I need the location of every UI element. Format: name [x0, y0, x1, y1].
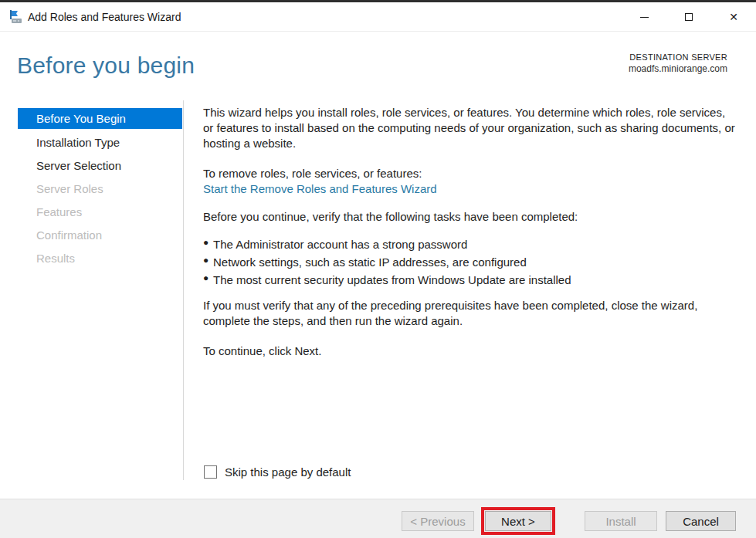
- add-roles-wizard-window: Add Roles and Features Wizard ✕ Before y…: [0, 0, 756, 538]
- nav-item-features: Features: [18, 201, 182, 224]
- window-controls: ✕: [622, 2, 756, 32]
- bullet-icon: ●: [203, 234, 208, 252]
- note-paragraph: If you must verify that any of the prece…: [203, 298, 736, 329]
- next-button[interactable]: Next >: [485, 511, 551, 531]
- minimize-icon[interactable]: [622, 2, 666, 32]
- intro-paragraph: This wizard helps you install roles, rol…: [203, 105, 736, 151]
- skip-page-row: Skip this page by default: [204, 465, 351, 479]
- nav-item-before-you-begin[interactable]: Before You Begin: [18, 108, 182, 129]
- nav-item-results: Results: [18, 247, 182, 270]
- sidebar-divider: [183, 100, 184, 480]
- install-button: Install: [585, 511, 657, 531]
- window-title: Add Roles and Features Wizard: [28, 11, 181, 23]
- skip-checkbox[interactable]: [204, 465, 217, 479]
- maximize-icon[interactable]: [666, 2, 711, 32]
- task-item: ●The Administrator account has a strong …: [203, 235, 736, 253]
- task-item: ●The most current security updates from …: [203, 271, 736, 289]
- bullet-icon: ●: [203, 269, 208, 287]
- destination-server-label: DESTINATION SERVER: [629, 52, 727, 62]
- titlebar: Add Roles and Features Wizard ✕: [0, 2, 756, 32]
- nav-item-server-selection[interactable]: Server Selection: [18, 154, 182, 178]
- bullet-icon: ●: [203, 252, 208, 269]
- cancel-button[interactable]: Cancel: [666, 511, 736, 531]
- server-roles-wizard-icon: [8, 9, 23, 25]
- destination-server-name: moadfs.miniorange.com: [629, 63, 727, 74]
- wizard-footer: < Previous Next > Install Cancel: [0, 499, 756, 538]
- remove-roles-wizard-link[interactable]: Start the Remove Roles and Features Wiza…: [203, 181, 736, 197]
- page-title: Before you begin: [17, 52, 195, 79]
- skip-checkbox-label[interactable]: Skip this page by default: [225, 465, 351, 479]
- prerequisite-task-list: ●The Administrator account has a strong …: [203, 235, 736, 289]
- task-item: ●Network settings, such as static IP add…: [203, 253, 736, 271]
- nav-item-confirmation: Confirmation: [18, 224, 182, 247]
- previous-button: < Previous: [402, 511, 474, 531]
- wizard-page-content: This wizard helps you install roles, rol…: [203, 100, 736, 359]
- nav-item-installation-type[interactable]: Installation Type: [18, 131, 182, 154]
- remove-heading: To remove roles, role services, or featu…: [203, 166, 736, 181]
- continue-hint: To continue, click Next.: [203, 343, 736, 359]
- close-icon[interactable]: ✕: [711, 2, 756, 32]
- destination-server-block: DESTINATION SERVER moadfs.miniorange.com: [629, 52, 727, 74]
- nav-item-server-roles: Server Roles: [18, 178, 182, 201]
- wizard-steps-nav: Before You Begin Installation Type Serve…: [18, 108, 182, 270]
- verify-heading: Before you continue, verify that the fol…: [203, 209, 736, 225]
